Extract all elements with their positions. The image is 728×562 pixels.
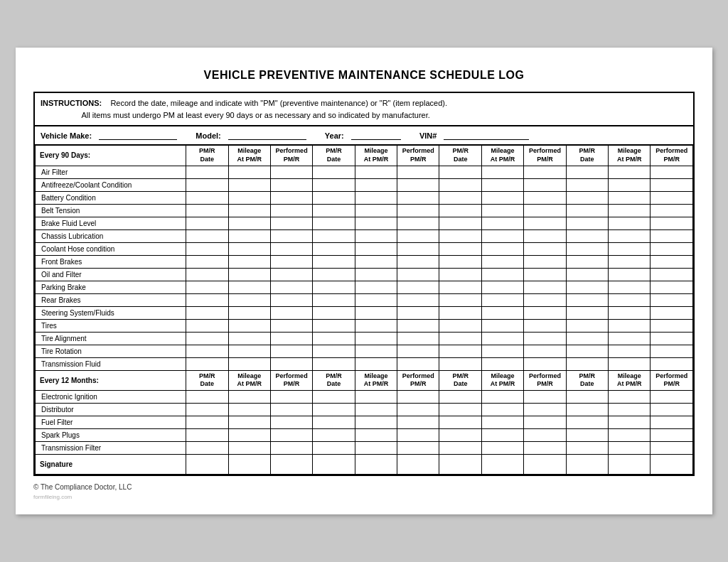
table-row: Tire Rotation bbox=[36, 345, 693, 357]
section-12-header: Every 12 Months: bbox=[36, 370, 186, 390]
col-mileage-2: MileageAt PM/R bbox=[355, 146, 397, 166]
col-mileage-1: MileageAt PM/R bbox=[228, 146, 270, 166]
table-row: Battery Condition bbox=[36, 191, 693, 204]
vin-label: VIN# bbox=[419, 131, 437, 140]
item-label: Battery Condition bbox=[36, 191, 186, 204]
item-label: Fuel Filter bbox=[36, 416, 186, 428]
item-label: Spark Plugs bbox=[36, 428, 186, 441]
table-row: Tires bbox=[36, 319, 693, 332]
table-row: Coolant Hose condition bbox=[36, 242, 693, 255]
item-label: Steering System/Fluids bbox=[36, 306, 186, 319]
table-row: Tire Alignment bbox=[36, 332, 693, 345]
table-row: Antifreeze/Coolant Condition bbox=[36, 178, 693, 191]
col-mileage-4: MileageAt PM/R bbox=[609, 146, 651, 166]
item-label: Tire Rotation bbox=[36, 345, 186, 357]
col-pmr-date-2: PM/RDate bbox=[313, 146, 355, 166]
section-90-header: Every 90 Days: bbox=[36, 146, 186, 166]
page: VEHICLE PREVENTIVE MAINTENANCE SCHEDULE … bbox=[16, 48, 712, 514]
item-label: Air Filter bbox=[36, 166, 186, 178]
instructions-line1: Record the date, mileage and indicate wi… bbox=[110, 99, 447, 107]
table-row: Oil and Filter bbox=[36, 268, 693, 281]
year-field[interactable] bbox=[351, 131, 401, 140]
signature-cell: Signature bbox=[36, 454, 186, 474]
item-label: Transmission Fluid bbox=[36, 357, 186, 370]
item-label: Front Brakes bbox=[36, 255, 186, 268]
table-row: Air Filter bbox=[36, 166, 693, 178]
table-row: Spark Plugs bbox=[36, 428, 693, 441]
col-performed-1: PerformedPM/R bbox=[270, 146, 312, 166]
watermark: formfileing.com bbox=[33, 494, 695, 500]
vin-field[interactable] bbox=[444, 131, 529, 140]
page-title: VEHICLE PREVENTIVE MAINTENANCE SCHEDULE … bbox=[33, 69, 695, 82]
year-label: Year: bbox=[325, 131, 344, 140]
make-field[interactable] bbox=[99, 131, 177, 140]
item-label: Brake Fluid Level bbox=[36, 217, 186, 229]
item-label: Electronic Ignition bbox=[36, 390, 186, 403]
table-row: Fuel Filter bbox=[36, 416, 693, 428]
item-label: Antifreeze/Coolant Condition bbox=[36, 178, 186, 191]
maintenance-table: Every 90 Days: PM/RDate MileageAt PM/R P… bbox=[35, 145, 693, 475]
item-label: Parking Brake bbox=[36, 281, 186, 293]
item-label: Tires bbox=[36, 319, 186, 332]
table-row: Parking Brake bbox=[36, 281, 693, 293]
col-pmr-date-3: PM/RDate bbox=[439, 146, 481, 166]
table-row: Front Brakes bbox=[36, 255, 693, 268]
table-row: Brake Fluid Level bbox=[36, 217, 693, 229]
rows-12: Electronic IgnitionDistributorFuel Filte… bbox=[36, 390, 693, 454]
item-label: Distributor bbox=[36, 403, 186, 416]
item-label: Oil and Filter bbox=[36, 268, 186, 281]
instructions-line2: All items must undergo PM at least every… bbox=[81, 111, 429, 119]
table-row: Steering System/Fluids bbox=[36, 306, 693, 319]
footer: © The Compliance Doctor, LLC bbox=[33, 483, 695, 491]
make-label: Vehicle Make: bbox=[41, 131, 92, 140]
item-label: Transmission Filter bbox=[36, 441, 186, 454]
model-field[interactable] bbox=[228, 131, 306, 140]
col-performed-4: PerformedPM/R bbox=[651, 146, 693, 166]
vehicle-info-row: Vehicle Make: Model: Year: VIN# bbox=[35, 126, 693, 145]
table-row: Chassis Lubrication bbox=[36, 229, 693, 242]
col-pmr-date-4: PM/RDate bbox=[566, 146, 608, 166]
col-pmr-date-1: PM/RDate bbox=[186, 146, 228, 166]
table-row: Belt Tension bbox=[36, 204, 693, 217]
item-label: Tire Alignment bbox=[36, 332, 186, 345]
col-mileage-3: MileageAt PM/R bbox=[481, 146, 523, 166]
item-label: Belt Tension bbox=[36, 204, 186, 217]
col-performed-3: PerformedPM/R bbox=[524, 146, 566, 166]
rows-90: Air FilterAntifreeze/Coolant ConditionBa… bbox=[36, 166, 693, 370]
model-label: Model: bbox=[196, 131, 220, 140]
table-row: Electronic Ignition bbox=[36, 390, 693, 403]
item-label: Chassis Lubrication bbox=[36, 229, 186, 242]
instructions-row: INSTRUCTIONS: Record the date, mileage a… bbox=[35, 93, 693, 126]
item-label: Coolant Hose condition bbox=[36, 242, 186, 255]
col-performed-2: PerformedPM/R bbox=[397, 146, 439, 166]
table-row: Transmission Fluid bbox=[36, 357, 693, 370]
instructions-label: INSTRUCTIONS: bbox=[41, 99, 102, 107]
table-row: Distributor bbox=[36, 403, 693, 416]
item-label: Rear Brakes bbox=[36, 293, 186, 306]
table-row: Transmission Filter bbox=[36, 441, 693, 454]
table-row: Rear Brakes bbox=[36, 293, 693, 306]
